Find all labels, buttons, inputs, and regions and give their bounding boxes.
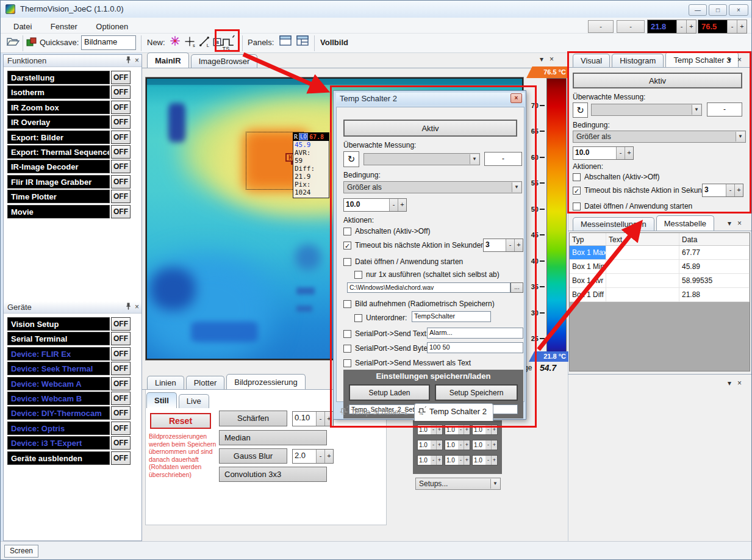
col-typ[interactable]: Typ <box>570 233 606 245</box>
checkbox-icon[interactable] <box>343 228 351 235</box>
dock-item-label[interactable]: Device: FLIR Ex <box>7 347 110 361</box>
dlg-setup-laden-button[interactable]: Setup Laden <box>349 384 430 401</box>
tab-messtabelle[interactable]: Messtabelle <box>656 215 714 231</box>
toggle-off-button[interactable]: OFF <box>111 332 131 345</box>
toggle-off-button[interactable]: OFF <box>111 190 131 203</box>
checkbox-icon[interactable] <box>354 271 362 279</box>
dlg-nur1x-checkbox[interactable]: nur 1x ausführen (schaltet sich selbst a… <box>354 270 500 279</box>
dlg-messung-dropdown[interactable]: ▼ <box>363 153 480 165</box>
dlg-timeout-checkbox[interactable]: ✓ Timeout bis nächste Aktion in Sekunden <box>343 241 485 249</box>
tab-bildprozessierung[interactable]: Bildprozessierung <box>226 374 305 390</box>
toggle-off-button[interactable]: OFF <box>111 85 131 99</box>
new-line-icon[interactable]: L <box>198 35 210 50</box>
panel-layout-icon-1[interactable] <box>279 35 292 50</box>
rp-timeout-plus[interactable]: + <box>734 184 743 196</box>
dlg-send-bytes-field[interactable]: 100 50 <box>427 342 523 353</box>
dlg-threshold-minus[interactable]: - <box>389 199 398 211</box>
screen-button[interactable]: Screen <box>4 545 38 558</box>
dlg-unterordner-field[interactable]: TempSchalter <box>412 311 491 322</box>
matrix-plus[interactable]: + <box>464 456 470 465</box>
dlg-timeout-value[interactable]: 3 <box>484 239 506 251</box>
range-aux-button-1[interactable]: - <box>588 20 614 33</box>
tab-live[interactable]: Live <box>179 394 209 408</box>
matrix-minus[interactable]: - <box>431 456 436 465</box>
toggle-off-button[interactable]: OFF <box>111 317 131 331</box>
minimize-button[interactable]: — <box>689 4 707 16</box>
close-button[interactable]: × <box>729 4 748 16</box>
dock-item-label[interactable]: Serial Terminal <box>7 332 110 345</box>
rp-messung-dropdown[interactable]: ▼ <box>591 104 702 116</box>
matrix-value[interactable]: 1.0 <box>445 440 458 450</box>
range-high-minus[interactable]: - <box>727 20 737 33</box>
matrix-plus[interactable]: + <box>436 425 442 434</box>
matrix-plus[interactable]: + <box>491 456 497 465</box>
tab-imagebrowser[interactable]: ImageBrowser <box>191 54 258 68</box>
dlg-threshold-plus[interactable]: + <box>398 199 406 211</box>
matrix-value[interactable]: 1.0 <box>445 425 458 434</box>
rp-threshold-plus[interactable]: + <box>625 147 633 159</box>
dock-item-label[interactable]: Time Plotter <box>7 190 110 203</box>
checkbox-checked-icon[interactable]: ✓ <box>343 242 351 249</box>
range-low-plus[interactable]: + <box>686 20 696 33</box>
toggle-off-button[interactable]: OFF <box>111 71 131 84</box>
toggle-off-button[interactable]: OFF <box>111 175 131 188</box>
rp-threshold-value[interactable]: 10.0 <box>573 147 616 159</box>
matrix-plus[interactable]: + <box>436 456 442 465</box>
matrix-minus[interactable]: - <box>485 456 491 465</box>
dock-item-label[interactable]: Darstellung <box>7 71 110 84</box>
checkbox-icon[interactable] <box>343 345 351 353</box>
toggle-off-button[interactable]: OFF <box>111 392 131 405</box>
dlg-abschalten-checkbox[interactable]: Abschalten (Aktiv->Off) <box>343 227 431 235</box>
dlg-refresh-button[interactable]: ↻ <box>343 151 359 167</box>
dock-item-label[interactable]: Device: Webcam B <box>7 392 110 405</box>
gauss-plus[interactable]: + <box>324 450 333 463</box>
new-spot-icon[interactable]: s <box>184 35 196 50</box>
rp-timeout-checkbox[interactable]: ✓ Timeout bis nächste Aktion in Sekunden <box>573 186 714 195</box>
rp-aktiv-button[interactable]: Aktiv <box>573 73 742 88</box>
checkbox-icon[interactable] <box>354 314 362 322</box>
dlg-file-path-field[interactable]: C:\Windows\Media\chord.wav <box>347 282 510 293</box>
matrix-plus[interactable]: + <box>491 425 497 434</box>
main-panel-collapse-icon[interactable]: ▾ <box>540 55 543 63</box>
matrix-plus[interactable]: + <box>491 440 497 450</box>
dlg-aktiv-button[interactable]: Aktiv <box>343 120 517 137</box>
toggle-off-button[interactable]: OFF <box>111 115 131 129</box>
toggle-off-button[interactable]: OFF <box>111 451 131 465</box>
matrix-value[interactable]: 1.0 <box>418 425 431 434</box>
dlg-bild-checkbox[interactable]: Bild aufnehmen (Radiometrisch Speichern) <box>343 300 495 308</box>
dock-item-label[interactable]: Device: Webcam A <box>7 377 110 390</box>
tab-still[interactable]: Still <box>146 392 177 408</box>
matrix-plus[interactable]: + <box>464 425 470 434</box>
funktionen-close-icon[interactable]: × <box>135 56 139 66</box>
toggle-off-button[interactable]: OFF <box>111 205 131 218</box>
rp-timeout-minus[interactable]: - <box>726 184 734 196</box>
open-folder-icon[interactable] <box>5 35 20 50</box>
menu-datei[interactable]: Datei <box>5 19 40 34</box>
gauss-minus[interactable]: - <box>316 450 324 463</box>
dlg-send-text-checkbox[interactable]: SerialPort->Send Text: <box>343 329 428 338</box>
dock-item-label[interactable]: Device: Seek Thermal <box>7 362 110 375</box>
dlg-unterordner-checkbox[interactable]: Unterordner: <box>354 314 407 322</box>
dialog-tab-2[interactable]: TS Temp Schalter 2 <box>414 403 493 421</box>
schaerfen-button[interactable]: Schärfen <box>219 411 287 426</box>
toggle-off-button[interactable]: OFF <box>111 422 131 435</box>
tab-visual[interactable]: Visual <box>573 54 610 68</box>
pin-icon[interactable] <box>126 303 131 312</box>
toggle-off-button[interactable]: OFF <box>111 131 131 144</box>
dlg-timeout-plus[interactable]: + <box>514 239 523 251</box>
dock-item-label[interactable]: Device: i3 T-Expert <box>7 436 110 450</box>
range-high-plus[interactable]: + <box>737 20 747 33</box>
panel-layout-icon-2[interactable] <box>296 35 309 50</box>
dock-item-label[interactable]: Export: Thermal Sequence <box>7 145 110 159</box>
dialog-close-icon[interactable]: × <box>510 93 522 103</box>
matrix-plus[interactable]: + <box>464 440 470 450</box>
mess-panel-close-icon[interactable]: × <box>737 219 742 228</box>
rp-datei-checkbox[interactable]: Datei öffnen / Anwendung starten <box>573 202 692 210</box>
dock-item-label[interactable]: Device: Optris <box>7 422 110 435</box>
vollbild-button[interactable]: Vollbild <box>320 38 348 47</box>
dock-item-label[interactable]: IR Overlay <box>7 115 110 129</box>
matrix-value[interactable]: 1.0 <box>473 440 485 450</box>
dock-item-label[interactable]: Movie <box>7 205 110 218</box>
table-row[interactable]: Box 1 Max67.77 <box>570 246 750 260</box>
dialog-tab-1[interactable]: Temp Schalter 1 <box>351 407 408 417</box>
